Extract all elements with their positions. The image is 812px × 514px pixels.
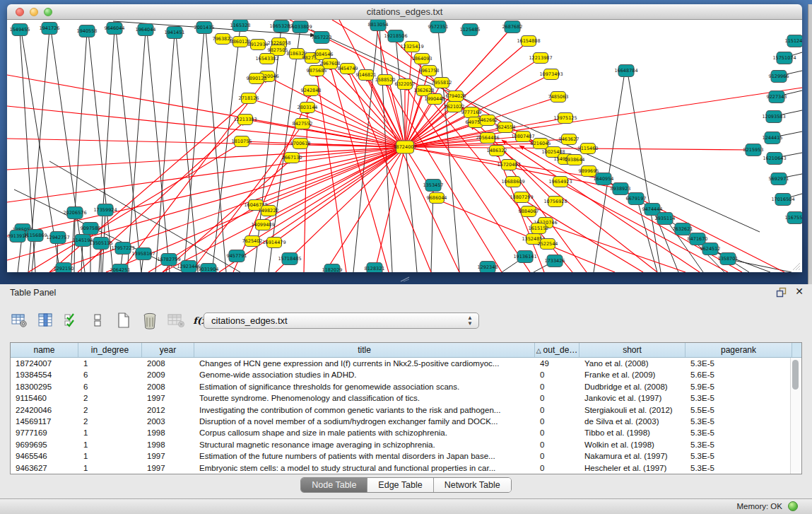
graph-node[interactable]: 7462662 xyxy=(478,115,498,126)
graph-node[interactable]: 9646044 xyxy=(105,23,125,35)
table-row[interactable]: 2242004622012Investigating the contribut… xyxy=(11,404,801,416)
graph-node[interactable]: 2718126 xyxy=(239,93,259,104)
graph-node[interactable]: 7857223 xyxy=(312,32,332,44)
graph-node[interactable]: 17359924 xyxy=(93,204,117,216)
column-header-title[interactable]: title xyxy=(194,343,535,357)
graph-node[interactable]: 9875685 xyxy=(307,66,327,76)
table-scrollbar[interactable] xyxy=(790,358,801,474)
graph-node[interactable]: 10688609 xyxy=(501,177,524,187)
graph-node[interactable]: 16210643 xyxy=(763,153,786,165)
memory-ok-indicator[interactable] xyxy=(788,501,798,511)
graph-node[interactable]: 9129966 xyxy=(769,71,789,83)
graph-node[interactable]: 1244415 xyxy=(763,132,783,144)
graph-node[interactable]: 12213987 xyxy=(529,53,552,64)
graph-node[interactable]: 15718485 xyxy=(278,253,301,265)
network-graph[interactable]: 1549455194172619405589646044196404419414… xyxy=(7,20,802,272)
column-header-short[interactable]: short xyxy=(579,343,686,357)
delete-column-button[interactable] xyxy=(141,311,159,329)
graph-node[interactable]: 2935114 xyxy=(655,213,676,225)
graph-node[interactable]: 2064251 xyxy=(110,264,131,273)
tab-node-table[interactable]: Node Table xyxy=(301,478,367,492)
graph-node[interactable]: 10756928 xyxy=(543,197,567,207)
graph-node[interactable]: 1640954 xyxy=(594,173,614,185)
graph-node[interactable]: 1549455 xyxy=(10,24,30,36)
graph-node[interactable]: 7625402 xyxy=(242,236,263,247)
show-columns-button[interactable] xyxy=(36,311,54,329)
graph-node[interactable]: 19218506 xyxy=(384,30,407,42)
splitter-grip[interactable] xyxy=(400,276,410,282)
graph-node[interactable]: 1182029 xyxy=(322,264,343,273)
graph-node[interactable]: 8128321 xyxy=(365,263,385,273)
table-scrollbar-thumb[interactable] xyxy=(792,360,799,390)
graph-node[interactable]: 1941451 xyxy=(165,27,185,39)
graph-edge[interactable] xyxy=(628,72,661,272)
graph-node[interactable]: 7955812 xyxy=(432,78,452,88)
graph-node[interactable]: 9572351 xyxy=(428,21,449,33)
delete-table-button[interactable] xyxy=(167,311,185,329)
graph-node[interactable]: 13958167 xyxy=(131,248,155,260)
graph-node[interactable]: 6679197 xyxy=(626,193,647,205)
graph-node[interactable]: 9242848 xyxy=(301,86,322,96)
graph-node[interactable]: 16648784 xyxy=(614,65,637,77)
graph-node[interactable]: 1167551 xyxy=(785,212,802,224)
graph-node[interactable]: 20206576 xyxy=(63,207,86,219)
graph-node[interactable]: 12213383 xyxy=(233,115,257,125)
network-view-window[interactable]: citations_edges.txt 15494551941726194055… xyxy=(7,4,802,272)
graph-node[interactable]: 1165328 xyxy=(230,20,251,32)
graph-node[interactable]: 7632621 xyxy=(673,223,693,235)
column-header-pagerank[interactable]: pagerank xyxy=(686,343,792,357)
graph-node[interactable]: 1358701 xyxy=(718,253,739,265)
table-row[interactable]: 946362711997Embryonic stem cells: a mode… xyxy=(11,462,801,474)
table-row[interactable]: 1872400712008Changes of HCN gene express… xyxy=(11,358,801,369)
graph-edge[interactable] xyxy=(116,30,141,272)
graph-node[interactable]: 9146821 xyxy=(356,70,377,81)
graph-node[interactable]: 1990448 xyxy=(425,94,445,105)
graph-edge[interactable] xyxy=(127,31,146,272)
graph-node[interactable]: 6794028 xyxy=(446,91,466,102)
graph-node[interactable]: 9899695 xyxy=(579,166,599,177)
table-row[interactable]: 1456911722003Disruption of a novel membe… xyxy=(11,416,801,427)
graph-node[interactable]: 1700618 xyxy=(290,139,311,149)
graph-node[interactable]: 8215953 xyxy=(743,144,764,156)
table-row[interactable]: 977716911998Corpus callosum shape and si… xyxy=(11,427,801,438)
graph-edge[interactable] xyxy=(7,147,405,202)
graph-node[interactable]: 20564486 xyxy=(476,133,499,144)
graph-edge[interactable] xyxy=(302,124,405,147)
graph-node[interactable]: 2522544 xyxy=(538,239,558,250)
graph-edge[interactable] xyxy=(99,30,114,272)
graph-node[interactable]: 1964044 xyxy=(136,24,156,36)
tab-edge-table[interactable]: Edge Table xyxy=(367,478,433,492)
graph-node[interactable]: 9884067 xyxy=(519,206,539,217)
graph-node[interactable]: 6961758 xyxy=(419,66,440,76)
canvas-resize-grip[interactable] xyxy=(792,262,801,271)
graph-node[interactable]: 1615152 xyxy=(529,223,549,234)
graph-node[interactable]: 9890123 xyxy=(247,74,267,84)
graph-node[interactable]: 9227343 xyxy=(767,91,787,103)
network-canvas[interactable]: 1549455194172619405589646044196404419414… xyxy=(7,20,802,272)
graph-node[interactable]: 15751074 xyxy=(772,52,796,64)
graph-edge[interactable] xyxy=(256,147,405,205)
graph-node[interactable]: 12942757 xyxy=(46,232,69,244)
graph-node[interactable]: 8912934 xyxy=(248,40,269,50)
graph-node[interactable]: 2687682 xyxy=(502,21,523,33)
graph-node[interactable]: 18724007 xyxy=(393,141,416,153)
graph-edge[interactable] xyxy=(7,147,405,236)
graph-node[interactable]: 12093583 xyxy=(762,111,785,123)
graph-node[interactable]: 5692971 xyxy=(769,173,789,185)
graph-node[interactable]: 12325419 xyxy=(400,42,423,52)
graph-node[interactable]: 6322057 xyxy=(395,79,416,90)
table-options-button[interactable] xyxy=(10,311,28,329)
graph-node[interactable]: 3624554 xyxy=(495,122,516,133)
close-panel-icon[interactable]: ✕ xyxy=(795,286,804,297)
column-header-in_degree[interactable]: in_degree xyxy=(78,343,142,357)
tab-network-table[interactable]: Network Table xyxy=(434,478,511,492)
graph-node[interactable]: 1588520 xyxy=(375,75,396,86)
table-source-select[interactable]: citations_edges.txt ▲▼ xyxy=(204,313,479,329)
graph-node[interactable]: 2667130 xyxy=(282,153,302,163)
graph-node[interactable]: 1864093 xyxy=(412,54,433,64)
graph-node[interactable]: 1292150 xyxy=(54,263,74,273)
graph-node[interactable]: 19654923 xyxy=(548,177,572,187)
graph-node[interactable]: 1940558 xyxy=(77,25,98,37)
graph-node[interactable]: 8938923 xyxy=(611,183,631,195)
column-header-name[interactable]: name xyxy=(11,343,78,357)
